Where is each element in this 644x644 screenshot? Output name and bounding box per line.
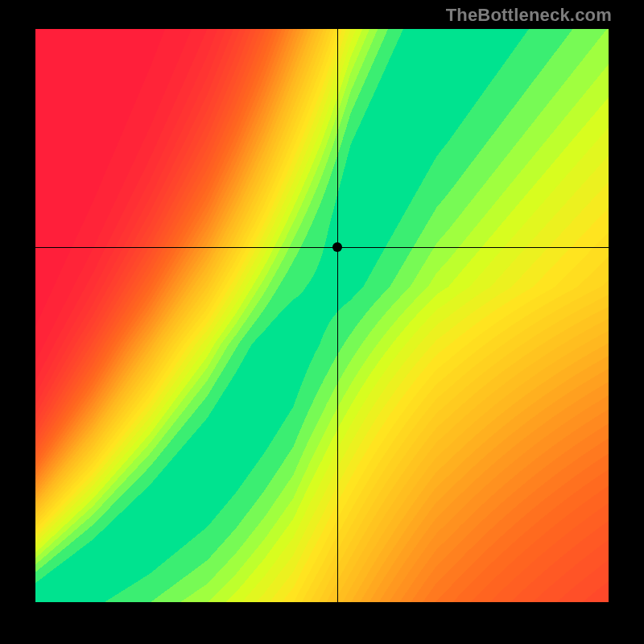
marker-dot <box>332 242 342 252</box>
heatmap-canvas <box>35 29 609 602</box>
chart-frame: TheBottleneck.com <box>0 0 644 644</box>
crosshair-vertical <box>337 29 338 602</box>
plot-area <box>35 29 609 602</box>
watermark-text: TheBottleneck.com <box>446 5 612 26</box>
crosshair-horizontal <box>35 247 609 248</box>
